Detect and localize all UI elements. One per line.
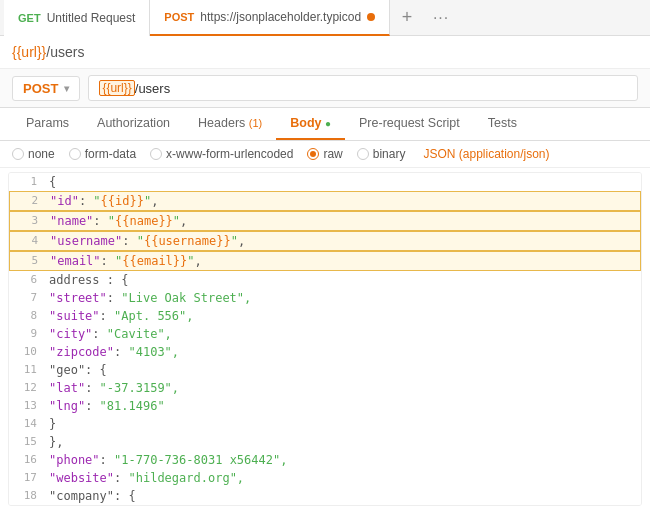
line-content: "city": "Cavite", bbox=[45, 325, 641, 343]
line-content: "phone": "1-770-736-8031 x56442", bbox=[45, 451, 641, 469]
code-line-17: 17 "website": "hildegard.org", bbox=[9, 469, 641, 487]
line-content: "lng": "81.1496" bbox=[45, 397, 641, 415]
post-tab-label: https://jsonplaceholder.typicod bbox=[200, 10, 361, 24]
line-number: 2 bbox=[10, 192, 46, 210]
tab-authorization[interactable]: Authorization bbox=[83, 108, 184, 140]
line-content: "id": "{{id}}", bbox=[46, 192, 640, 210]
line-content: "name": "{{name}}", bbox=[46, 212, 640, 230]
code-line-12: 12 "lat": "-37.3159", bbox=[9, 379, 641, 397]
code-line-6: 6 address : { bbox=[9, 271, 641, 289]
get-tab-label: Untitled Request bbox=[47, 11, 136, 25]
radio-binary[interactable]: binary bbox=[357, 147, 406, 161]
line-number: 9 bbox=[9, 325, 45, 343]
url-suffix-display: /users bbox=[46, 44, 84, 60]
line-number: 6 bbox=[9, 271, 45, 289]
code-line-7: 7 "street": "Live Oak Street", bbox=[9, 289, 641, 307]
line-number: 10 bbox=[9, 343, 45, 361]
line-number: 3 bbox=[10, 212, 46, 230]
get-method-badge: GET bbox=[18, 12, 41, 24]
more-tabs-button[interactable]: ··· bbox=[428, 5, 454, 31]
tab-pre-request[interactable]: Pre-request Script bbox=[345, 108, 474, 140]
code-line-14: 14 } bbox=[9, 415, 641, 433]
method-label: POST bbox=[23, 81, 58, 96]
line-number: 8 bbox=[9, 307, 45, 325]
radio-urlencoded-label: x-www-form-urlencoded bbox=[166, 147, 293, 161]
code-editor[interactable]: 1{2"id": "{{id}}",3"name": "{{name}}",4"… bbox=[9, 173, 641, 505]
code-line-15: 15 }, bbox=[9, 433, 641, 451]
line-number: 1 bbox=[9, 173, 45, 191]
code-line-2: 2"id": "{{id}}", bbox=[9, 191, 641, 211]
url-path-suffix: /users bbox=[135, 81, 170, 96]
body-options-bar: none form-data x-www-form-urlencoded raw… bbox=[0, 141, 650, 168]
code-line-9: 9 "city": "Cavite", bbox=[9, 325, 641, 343]
line-number: 12 bbox=[9, 379, 45, 397]
line-number: 14 bbox=[9, 415, 45, 433]
radio-binary-circle bbox=[357, 148, 369, 160]
radio-binary-label: binary bbox=[373, 147, 406, 161]
method-chevron-icon: ▾ bbox=[64, 83, 69, 94]
line-content: "username": "{{username}}", bbox=[46, 232, 640, 250]
line-content: "geo": { bbox=[45, 361, 641, 379]
tab-bar: GET Untitled Request POST https://jsonpl… bbox=[0, 0, 650, 36]
code-line-5: 5"email": "{{email}}", bbox=[9, 251, 641, 271]
url-display-bar: {{url}}/users bbox=[0, 36, 650, 69]
tab-modified-dot bbox=[367, 13, 375, 21]
line-content: "email": "{{email}}", bbox=[46, 252, 640, 270]
radio-none[interactable]: none bbox=[12, 147, 55, 161]
radio-urlencoded[interactable]: x-www-form-urlencoded bbox=[150, 147, 293, 161]
post-method-badge: POST bbox=[164, 11, 194, 23]
code-line-8: 8 "suite": "Apt. 556", bbox=[9, 307, 641, 325]
url-input[interactable]: {{url}}/users bbox=[88, 75, 638, 101]
code-line-3: 3"name": "{{name}}", bbox=[9, 211, 641, 231]
line-number: 11 bbox=[9, 361, 45, 379]
body-active-dot: ● bbox=[325, 118, 331, 129]
tab-headers[interactable]: Headers (1) bbox=[184, 108, 276, 140]
code-line-10: 10 "zipcode": "4103", bbox=[9, 343, 641, 361]
code-line-13: 13 "lng": "81.1496" bbox=[9, 397, 641, 415]
tab-get[interactable]: GET Untitled Request bbox=[4, 0, 150, 36]
line-number: 15 bbox=[9, 433, 45, 451]
code-line-11: 11 "geo": { bbox=[9, 361, 641, 379]
radio-raw-label: raw bbox=[323, 147, 342, 161]
radio-none-label: none bbox=[28, 147, 55, 161]
line-number: 17 bbox=[9, 469, 45, 487]
url-template-var: {{url}} bbox=[99, 80, 134, 96]
tab-post[interactable]: POST https://jsonplaceholder.typicod bbox=[150, 0, 390, 36]
line-number: 13 bbox=[9, 397, 45, 415]
tab-params[interactable]: Params bbox=[12, 108, 83, 140]
radio-urlencoded-circle bbox=[150, 148, 162, 160]
line-number: 5 bbox=[10, 252, 46, 270]
method-selector[interactable]: POST ▾ bbox=[12, 76, 80, 101]
sub-tabs-bar: Params Authorization Headers (1) Body ● … bbox=[0, 108, 650, 141]
tab-body[interactable]: Body ● bbox=[276, 108, 345, 140]
line-content: "zipcode": "4103", bbox=[45, 343, 641, 361]
add-tab-button[interactable]: + bbox=[394, 5, 420, 31]
request-line: POST ▾ {{url}}/users bbox=[0, 69, 650, 108]
line-content: "lat": "-37.3159", bbox=[45, 379, 641, 397]
line-content: "street": "Live Oak Street", bbox=[45, 289, 641, 307]
radio-raw-circle bbox=[307, 148, 319, 160]
code-line-4: 4"username": "{{username}}", bbox=[9, 231, 641, 251]
code-editor-area: 1{2"id": "{{id}}",3"name": "{{name}}",4"… bbox=[8, 172, 642, 506]
code-line-18: 18 "company": { bbox=[9, 487, 641, 505]
line-number: 4 bbox=[10, 232, 46, 250]
radio-form-data-circle bbox=[69, 148, 81, 160]
headers-badge: (1) bbox=[249, 117, 262, 129]
radio-none-circle bbox=[12, 148, 24, 160]
radio-form-data-label: form-data bbox=[85, 147, 136, 161]
line-number: 7 bbox=[9, 289, 45, 307]
line-content: "company": { bbox=[45, 487, 641, 505]
line-number: 16 bbox=[9, 451, 45, 469]
tab-actions: + ··· bbox=[394, 5, 454, 31]
url-var-display: {{url}} bbox=[12, 44, 46, 60]
radio-form-data[interactable]: form-data bbox=[69, 147, 136, 161]
radio-raw[interactable]: raw bbox=[307, 147, 342, 161]
line-content: { bbox=[45, 173, 641, 191]
code-line-16: 16 "phone": "1-770-736-8031 x56442", bbox=[9, 451, 641, 469]
code-line-1: 1{ bbox=[9, 173, 641, 191]
line-content: address : { bbox=[45, 271, 641, 289]
line-content: "suite": "Apt. 556", bbox=[45, 307, 641, 325]
line-content: }, bbox=[45, 433, 641, 451]
tab-tests[interactable]: Tests bbox=[474, 108, 531, 140]
json-type-label[interactable]: JSON (application/json) bbox=[423, 147, 549, 161]
